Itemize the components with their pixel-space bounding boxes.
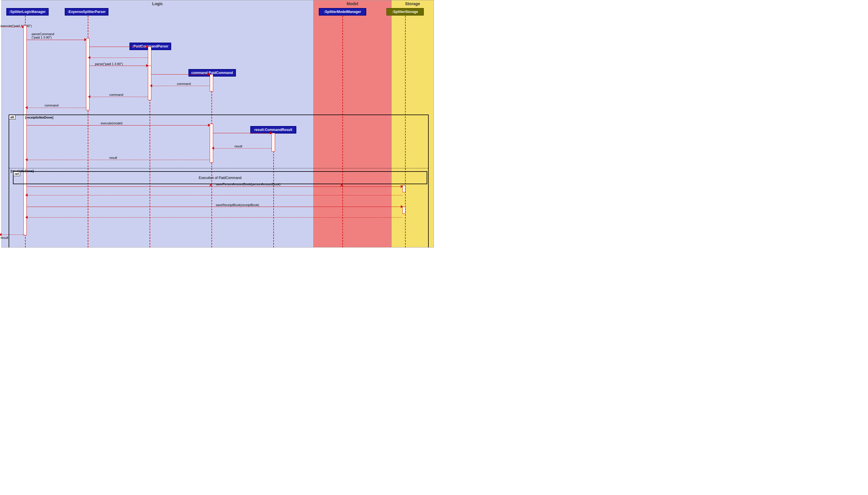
arrowhead-return-pcp — [88, 56, 90, 59]
activation-ss2 — [402, 207, 405, 214]
ref-label: ref — [13, 172, 20, 176]
alt-label: alt — [9, 115, 16, 119]
activation-esp — [86, 38, 89, 110]
label-cmd-return2: command — [109, 93, 123, 97]
activation-ss1 — [402, 185, 405, 192]
alt-divider — [9, 168, 428, 168]
arrow-create-pc — [151, 74, 209, 74]
arrowhead-cmd-return3 — [25, 106, 28, 109]
arrow-parse-cmd — [27, 40, 86, 40]
label-parse-cmd2: ("paid 1 3.90") — [32, 36, 52, 39]
lifeline-box-ss: :SplitterStorage — [386, 8, 424, 16]
arrowhead-return-ss1 — [25, 194, 28, 197]
arrowhead-result-return2 — [25, 158, 28, 161]
label-execute-outer: execute("paid 1 3.90") — [1, 24, 32, 28]
label-result-return2: result — [109, 156, 117, 159]
arrow-return-ss1 — [27, 195, 402, 195]
lifeline-box-slm: :SplitterLogicManager — [6, 8, 49, 16]
arrow-execute-outer — [1, 27, 23, 27]
lifeline-box-smm: :SplitterModelManager — [319, 8, 366, 16]
alt-condition1: [receiptIsNotDone] — [25, 116, 53, 119]
arrowhead-cmd-return2 — [88, 95, 90, 98]
arrow-exec-model — [27, 125, 209, 125]
x-mark-smm: ✕ — [340, 183, 344, 188]
arrowhead-result-return1 — [212, 147, 214, 150]
model-label: Model — [347, 1, 358, 6]
label-save-pab: savePersonAmountBook(personAmountBook) — [216, 183, 280, 186]
arrow-result-return2 — [27, 160, 209, 160]
arrow-result-return1 — [213, 148, 271, 149]
arrow-return-ss2 — [27, 217, 402, 218]
label-parse: parse("paid 1 3.90") — [95, 62, 123, 66]
label-cmd-return1: command — [177, 82, 191, 85]
ref-text: Execution of PaidCommand — [199, 176, 242, 180]
x-mark-pc: ✕ — [209, 183, 213, 188]
arrow-save-rb — [27, 207, 402, 207]
label-exec-model: execute(model) — [101, 121, 123, 125]
arrow-cmd-return1 — [151, 86, 209, 86]
activation-cr — [272, 133, 275, 152]
arrowhead-cmd-return1 — [150, 84, 152, 87]
label-result-outer: result — [1, 236, 8, 239]
label-result-return1: result — [235, 144, 242, 148]
diagram: Logic Model Storage :SplitterLogicManage… — [0, 0, 434, 248]
arrow-parse — [89, 66, 147, 66]
arrowhead-result-outer — [0, 233, 1, 236]
activation-pcp2 — [148, 66, 151, 100]
activation-pc — [210, 74, 213, 91]
arrow-result-outer — [1, 235, 25, 235]
logic-label: Logic — [152, 1, 163, 6]
label-parse-cmd: parseCommand — [32, 32, 54, 36]
lifeline-box-esp: :ExpenseSplitterParser — [65, 8, 108, 16]
arrowhead-return-ss2 — [25, 216, 28, 219]
label-save-rb: saveReceiptBook(receiptBook) — [216, 203, 259, 207]
label-cmd-return3: command — [45, 104, 58, 107]
storage-label: Storage — [405, 1, 420, 6]
arrow-return-pcp — [89, 57, 147, 58]
arrow-create-pcp — [89, 47, 147, 47]
arrow-create-cr — [213, 133, 271, 133]
arrow-cmd-return2 — [89, 97, 147, 97]
activation-pc2 — [210, 124, 213, 163]
